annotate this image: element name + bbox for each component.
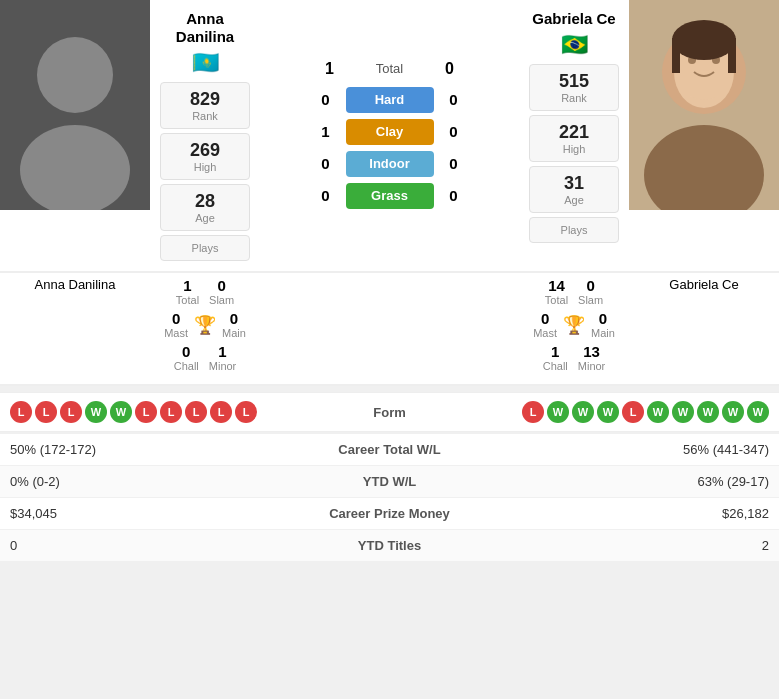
right-player-flag: 🇧🇷 xyxy=(561,32,588,58)
ytd-titles-right: 2 xyxy=(480,538,770,553)
hard-surface-btn: Hard xyxy=(346,87,434,113)
form-badge-right-6: W xyxy=(647,401,669,423)
hard-left-score: 0 xyxy=(314,91,338,108)
clay-right-score: 0 xyxy=(442,123,466,140)
stats-row-prize: $34,045 Career Prize Money $26,182 xyxy=(0,498,779,530)
scores-middle: 1 Total 0 0 Hard 0 1 Clay 0 0 Indoor 0 0 xyxy=(260,0,519,271)
form-badge-left-6: L xyxy=(135,401,157,423)
ytd-wl-right: 63% (29-17) xyxy=(480,474,770,489)
ytd-titles-left: 0 xyxy=(10,538,300,553)
left-minor-stat: 1 xyxy=(209,343,237,360)
right-minor-stat: 13 xyxy=(578,343,606,360)
ytd-wl-left: 0% (0-2) xyxy=(10,474,300,489)
right-high-box: 221 High xyxy=(529,115,619,162)
left-main-lbl: Main xyxy=(222,327,246,339)
left-plays-box: Plays xyxy=(160,235,250,261)
indoor-right-score: 0 xyxy=(442,155,466,172)
form-badge-left-5: W xyxy=(110,401,132,423)
indoor-surface-btn: Indoor xyxy=(346,151,434,177)
left-mast-stat: 0 xyxy=(164,310,188,327)
right-total-stat: 14 xyxy=(545,277,568,294)
right-slam-stat: 0 xyxy=(578,277,603,294)
right-main-lbl: Main xyxy=(591,327,615,339)
prize-left: $34,045 xyxy=(10,506,300,521)
clay-surface-btn: Clay xyxy=(346,119,434,145)
form-badge-left-9: L xyxy=(210,401,232,423)
svg-point-12 xyxy=(672,20,736,60)
right-high-value: 221 xyxy=(540,122,608,143)
left-total-stat: 1 xyxy=(176,277,199,294)
svg-point-9 xyxy=(684,70,724,100)
total-label: Total xyxy=(350,61,430,76)
form-badges-right: L W W W L W W W W W xyxy=(440,401,770,423)
right-chall-stat: 1 xyxy=(543,343,568,360)
middle-spacer xyxy=(260,273,519,376)
form-badge-right-2: W xyxy=(547,401,569,423)
right-total-lbl: Total xyxy=(545,294,568,306)
left-trophy-icon: 🏆 xyxy=(194,314,216,336)
right-plays-label: Plays xyxy=(540,224,608,236)
right-age-label: Age xyxy=(540,194,608,206)
right-plays-box: Plays xyxy=(529,217,619,243)
form-badge-left-1: L xyxy=(10,401,32,423)
stats-table: 50% (172-172) Career Total W/L 56% (441-… xyxy=(0,434,779,562)
right-chall-lbl: Chall xyxy=(543,360,568,372)
svg-rect-14 xyxy=(728,38,736,73)
left-minor-lbl: Minor xyxy=(209,360,237,372)
right-rank-value: 515 xyxy=(540,71,608,92)
hard-right-score: 0 xyxy=(442,91,466,108)
clay-left-score: 1 xyxy=(314,123,338,140)
right-player-name: Gabriela Ce xyxy=(532,10,615,28)
grass-surface-btn: Grass xyxy=(346,183,434,209)
form-badge-left-10: L xyxy=(235,401,257,423)
left-player-label: Anna Danilina xyxy=(0,273,150,376)
form-badge-right-1: L xyxy=(522,401,544,423)
right-age-value: 31 xyxy=(540,173,608,194)
left-rank-label: Rank xyxy=(171,110,239,122)
stats-row-career-wl: 50% (172-172) Career Total W/L 56% (441-… xyxy=(0,434,779,466)
prize-right: $26,182 xyxy=(480,506,770,521)
right-player-label: Gabriela Ce xyxy=(629,273,779,376)
left-high-value: 269 xyxy=(171,140,239,161)
ytd-titles-label: YTD Titles xyxy=(300,538,480,553)
career-wl-left: 50% (172-172) xyxy=(10,442,300,457)
left-slam-stat: 0 xyxy=(209,277,234,294)
right-age-box: 31 Age xyxy=(529,166,619,213)
prize-label: Career Prize Money xyxy=(300,506,480,521)
left-player-photo xyxy=(0,0,150,210)
svg-rect-13 xyxy=(672,38,680,73)
left-sub-stats: 1 Total 0 Slam 0 Mast 🏆 0 Main xyxy=(150,273,260,376)
form-badge-right-3: W xyxy=(572,401,594,423)
left-age-label: Age xyxy=(171,212,239,224)
left-rank-box: 829 Rank xyxy=(160,82,250,129)
grass-left-score: 0 xyxy=(314,187,338,204)
left-chall-lbl: Chall xyxy=(174,360,199,372)
stats-row-ytd-wl: 0% (0-2) YTD W/L 63% (29-17) xyxy=(0,466,779,498)
left-high-label: High xyxy=(171,161,239,173)
left-age-value: 28 xyxy=(171,191,239,212)
left-high-box: 269 High xyxy=(160,133,250,180)
right-mast-stat: 0 xyxy=(533,310,557,327)
form-badge-left-8: L xyxy=(185,401,207,423)
left-player-flag: 🇰🇿 xyxy=(192,50,219,76)
form-badge-left-7: L xyxy=(160,401,182,423)
left-rank-value: 829 xyxy=(171,89,239,110)
form-badge-right-8: W xyxy=(697,401,719,423)
form-badge-left-4: W xyxy=(85,401,107,423)
right-mast-lbl: Mast xyxy=(533,327,557,339)
left-total-score: 1 xyxy=(318,60,342,78)
right-main-stat: 0 xyxy=(591,310,615,327)
ytd-wl-label: YTD W/L xyxy=(300,474,480,489)
form-badge-right-10: W xyxy=(747,401,769,423)
right-trophy-icon: 🏆 xyxy=(563,314,585,336)
right-player-data: Gabriela Ce 🇧🇷 515 Rank 221 High 31 Age … xyxy=(519,0,629,271)
right-rank-label: Rank xyxy=(540,92,608,104)
right-high-label: High xyxy=(540,143,608,155)
grass-right-score: 0 xyxy=(442,187,466,204)
left-slam-lbl: Slam xyxy=(209,294,234,306)
left-chall-stat: 0 xyxy=(174,343,199,360)
right-slam-lbl: Slam xyxy=(578,294,603,306)
form-badge-right-7: W xyxy=(672,401,694,423)
form-section: L L L W W L L L L L Form L W W W L W W W… xyxy=(0,392,779,432)
form-badge-right-9: W xyxy=(722,401,744,423)
